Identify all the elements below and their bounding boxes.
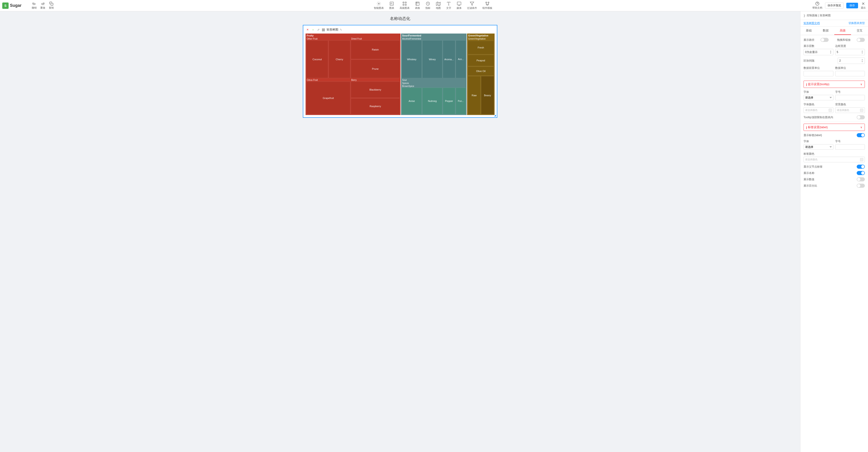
tooltip-font-select[interactable]: 请选择 <box>804 95 833 100</box>
tooltip-font-color-input[interactable]: 请选择颜色 <box>804 107 833 113</box>
pun-label: Pun... <box>458 100 464 102</box>
expand-button[interactable]: ⤢ <box>316 28 320 32</box>
topbar-actions: 撤销 重做 复制 <box>32 2 54 9</box>
show-percent-toggle[interactable] <box>857 183 865 188</box>
save-button[interactable]: 保存 <box>846 3 858 8</box>
border-spinners[interactable]: ▲ ▼ <box>861 50 863 54</box>
chart-title: 矩形树图 <box>322 28 338 32</box>
row-tooltip-limit: Tooltip顶部限制在图表内 <box>804 115 865 119</box>
svg-rect-0 <box>51 3 53 5</box>
ace-label: Ace... <box>458 58 464 60</box>
border-width-input[interactable]: 5 ▲ ▼ <box>835 49 865 55</box>
sour-text: Sour <box>402 79 407 81</box>
save-preview-button[interactable]: 保存并预览 <box>825 2 844 9</box>
canvas-title: 名称动态化 <box>390 16 410 21</box>
row-block-gap: 区块间隔 2 ▲ ▼ <box>804 58 865 64</box>
svg-rect-11 <box>322 29 323 29</box>
levels-down[interactable]: ▼ <box>830 52 832 54</box>
label-section-header[interactable]: 标签设置(label) ∨ <box>804 124 865 131</box>
tool-media[interactable]: 媒体 <box>457 1 462 10</box>
winey-label: Winey <box>429 58 436 61</box>
berry-label: Berry <box>351 79 400 82</box>
tooltip-bg-color-label: 背景颜色 <box>835 103 865 107</box>
tooltip-bg-color-swatch[interactable] <box>860 109 863 112</box>
show-label-toggle[interactable] <box>857 133 865 137</box>
tooltip-section-header[interactable]: 提示设置(tooltip) ∨ <box>804 81 865 88</box>
tab-interact[interactable]: 交互 <box>851 27 868 35</box>
tooltip-limit-toggle[interactable] <box>857 115 865 119</box>
label-chevron-icon[interactable]: ∨ <box>860 126 862 129</box>
resize-handle[interactable] <box>494 115 496 117</box>
redo-button[interactable]: 重做 <box>40 2 45 9</box>
show-path-toggle[interactable] <box>820 38 829 42</box>
tooltip-bg-color-input[interactable]: 请选择颜色 <box>835 107 865 113</box>
block-gap-label: 区块间隔 <box>804 59 814 63</box>
tool-filter[interactable]: 过滤条件 <box>467 1 477 10</box>
col-tooltip-font-color: 字体颜色 请选择颜色 <box>804 103 833 113</box>
collapse-icon[interactable]: ⟫ <box>804 14 805 18</box>
block-gap-input[interactable]: 2 ▲ ▼ <box>838 58 865 64</box>
drag-zoom-toggle[interactable] <box>857 38 865 42</box>
help-button[interactable]: 帮助文档 <box>812 2 822 9</box>
exit-button[interactable]: 退出 <box>861 2 866 9</box>
data-prefix-input[interactable] <box>804 71 833 76</box>
data-unit-input[interactable] <box>835 71 865 76</box>
tool-indicator[interactable]: 指标 <box>425 1 430 10</box>
doc-link[interactable]: 矩形树图文档 <box>804 21 820 25</box>
show-value-toggle[interactable] <box>857 177 865 181</box>
alcohol-group: Alcohol/Fremented Whiskey Winey Aroma... <box>401 37 466 78</box>
row-show-percent: 展示百分比 <box>804 183 865 188</box>
berry-group: Berry Blackberry Raspberry <box>351 79 400 114</box>
alcohol-label: Alcohol/Fremented <box>402 37 466 40</box>
col-border: 边框宽度 5 ▲ ▼ <box>835 44 865 55</box>
other-fruit-label: Other Fruit <box>306 37 350 40</box>
border-down[interactable]: ▼ <box>861 52 863 54</box>
prune-cell: Prune <box>351 60 400 78</box>
shrink-button[interactable]: ○ <box>311 28 315 32</box>
tab-advanced[interactable]: 高级 <box>834 27 851 35</box>
label-section-title: 标签设置(label) <box>806 125 828 129</box>
label-size-label: 字号 <box>835 140 865 143</box>
show-percent-label: 展示百分比 <box>804 184 817 188</box>
panel-header: ⟫ 控制面板 | 矩形树图 <box>800 11 868 20</box>
tab-data[interactable]: 数据 <box>817 27 834 35</box>
label-color-swatch[interactable] <box>860 158 863 161</box>
tooltip-chevron-icon[interactable]: ∨ <box>860 83 862 86</box>
label-size-input[interactable] <box>835 144 865 150</box>
undo-button[interactable]: 撤销 <box>32 2 37 9</box>
show-parent-toggle[interactable] <box>857 165 865 169</box>
brownspice-label: BrownSpice <box>402 85 466 88</box>
whiskey-cell: Whiskey <box>402 40 422 78</box>
tool-chart[interactable]: 图表 <box>389 1 394 10</box>
tool-component-template[interactable]: 组件模板 <box>483 1 492 10</box>
fruity-label: Fruity <box>306 34 400 37</box>
treemap: Fruity Other Fruit Coconut Cherry <box>306 33 495 115</box>
copy-button[interactable]: 复制 <box>49 2 54 9</box>
tool-table[interactable]: 表格 <box>415 1 420 10</box>
switch-chart-link[interactable]: 切换图表类型 <box>848 21 865 25</box>
show-name-toggle[interactable] <box>857 171 865 175</box>
label-font-select[interactable]: 请选择 <box>804 144 833 150</box>
tooltip-size-input[interactable] <box>835 95 865 100</box>
pepper-label: Pepper <box>445 100 453 102</box>
close-chart-button[interactable]: ✕ <box>306 28 310 32</box>
peapod-label: Peapod <box>476 59 485 62</box>
tab-basic[interactable]: 基础 <box>800 27 817 35</box>
tooltip-font-color-swatch[interactable] <box>829 109 832 112</box>
tool-text[interactable]: 文字 <box>446 1 451 10</box>
gap-spinners[interactable]: ▲ ▼ <box>861 59 863 63</box>
copy-label: 复制 <box>49 6 54 9</box>
edit-chart-icon[interactable]: ✎ <box>340 28 342 31</box>
label-color-input[interactable]: 请选择颜色 <box>804 157 865 162</box>
tool-smart-table[interactable]: 智能图表 <box>374 1 384 10</box>
prune-label: Prune <box>372 67 379 70</box>
dried-fruit-label: Dried Fruit <box>351 37 400 40</box>
chart-container[interactable]: ✕ ○ ⤢ 矩形树图 ✎ Fruity Othe <box>303 25 497 118</box>
row-show-parent-label: 显示父节点标签 <box>804 165 865 169</box>
tool-advanced-chart[interactable]: 高级图表 <box>400 1 410 10</box>
beany-cell: Beany <box>481 76 494 114</box>
gap-down[interactable]: ▼ <box>861 61 863 63</box>
levels-spinners[interactable]: ▲ ▼ <box>830 50 832 54</box>
tool-map[interactable]: 地图 <box>436 1 441 10</box>
levels-input[interactable]: 0为全显示 ▲ ▼ <box>804 49 833 55</box>
